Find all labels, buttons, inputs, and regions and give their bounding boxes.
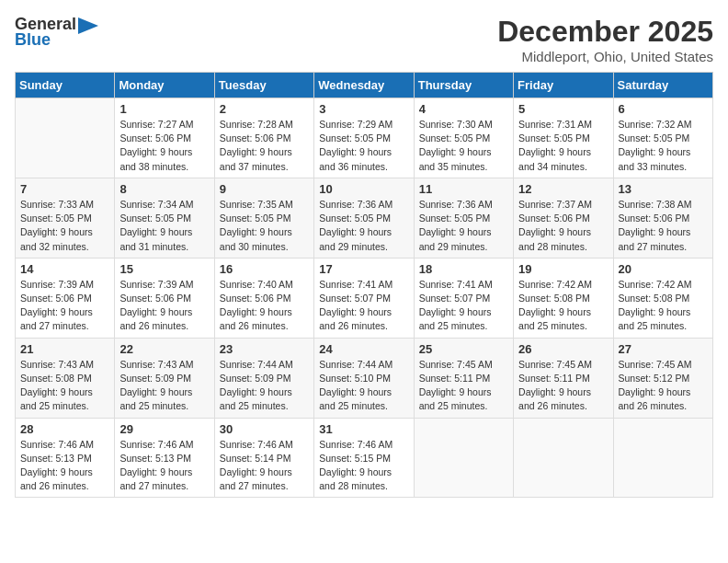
day-number: 5 bbox=[518, 102, 608, 116]
day-info: Sunrise: 7:37 AM Sunset: 5:06 PM Dayligh… bbox=[518, 198, 608, 254]
day-number: 11 bbox=[419, 182, 508, 196]
header-cell-friday: Friday bbox=[514, 73, 613, 98]
day-number: 21 bbox=[20, 342, 109, 356]
week-row-1: 1Sunrise: 7:27 AM Sunset: 5:06 PM Daylig… bbox=[16, 98, 713, 178]
week-row-4: 21Sunrise: 7:43 AM Sunset: 5:08 PM Dayli… bbox=[16, 338, 713, 418]
day-number: 8 bbox=[119, 182, 209, 196]
day-cell: 20Sunrise: 7:42 AM Sunset: 5:08 PM Dayli… bbox=[613, 258, 712, 338]
day-number: 4 bbox=[419, 102, 508, 116]
day-cell: 9Sunrise: 7:35 AM Sunset: 5:05 PM Daylig… bbox=[214, 178, 313, 258]
day-cell: 10Sunrise: 7:36 AM Sunset: 5:05 PM Dayli… bbox=[314, 178, 414, 258]
day-cell: 14Sunrise: 7:39 AM Sunset: 5:06 PM Dayli… bbox=[16, 258, 115, 338]
day-number: 16 bbox=[220, 262, 309, 276]
day-number: 25 bbox=[419, 342, 508, 356]
day-number: 13 bbox=[619, 182, 708, 196]
calendar-body: 1Sunrise: 7:27 AM Sunset: 5:06 PM Daylig… bbox=[16, 98, 713, 498]
day-cell: 15Sunrise: 7:39 AM Sunset: 5:06 PM Dayli… bbox=[115, 258, 214, 338]
day-info: Sunrise: 7:41 AM Sunset: 5:07 PM Dayligh… bbox=[319, 278, 408, 334]
day-info: Sunrise: 7:33 AM Sunset: 5:05 PM Dayligh… bbox=[20, 198, 109, 254]
day-number: 22 bbox=[119, 342, 209, 356]
day-cell bbox=[514, 418, 613, 498]
day-info: Sunrise: 7:42 AM Sunset: 5:08 PM Dayligh… bbox=[518, 278, 608, 334]
day-number: 18 bbox=[419, 262, 508, 276]
day-info: Sunrise: 7:31 AM Sunset: 5:05 PM Dayligh… bbox=[518, 118, 608, 174]
title-block: December 2025 Middleport, Ohio, United S… bbox=[497, 15, 713, 64]
day-cell: 22Sunrise: 7:43 AM Sunset: 5:09 PM Dayli… bbox=[115, 338, 214, 418]
day-info: Sunrise: 7:41 AM Sunset: 5:07 PM Dayligh… bbox=[419, 278, 508, 334]
day-cell: 26Sunrise: 7:45 AM Sunset: 5:11 PM Dayli… bbox=[514, 338, 613, 418]
day-cell: 28Sunrise: 7:46 AM Sunset: 5:13 PM Dayli… bbox=[16, 418, 115, 498]
day-number: 14 bbox=[20, 262, 109, 276]
header-cell-thursday: Thursday bbox=[414, 73, 513, 98]
day-number: 15 bbox=[119, 262, 209, 276]
day-cell: 23Sunrise: 7:44 AM Sunset: 5:09 PM Dayli… bbox=[214, 338, 313, 418]
day-info: Sunrise: 7:39 AM Sunset: 5:06 PM Dayligh… bbox=[20, 278, 109, 334]
month-title: December 2025 bbox=[497, 15, 713, 49]
day-info: Sunrise: 7:40 AM Sunset: 5:06 PM Dayligh… bbox=[220, 278, 309, 334]
day-cell bbox=[414, 418, 513, 498]
day-info: Sunrise: 7:38 AM Sunset: 5:06 PM Dayligh… bbox=[619, 198, 708, 254]
logo-icon bbox=[78, 17, 98, 34]
day-info: Sunrise: 7:46 AM Sunset: 5:13 PM Dayligh… bbox=[119, 438, 209, 494]
day-info: Sunrise: 7:36 AM Sunset: 5:05 PM Dayligh… bbox=[419, 198, 508, 254]
day-info: Sunrise: 7:45 AM Sunset: 5:12 PM Dayligh… bbox=[619, 358, 708, 414]
day-number: 24 bbox=[319, 342, 408, 356]
day-number: 19 bbox=[518, 262, 608, 276]
day-number: 2 bbox=[220, 102, 309, 116]
day-cell bbox=[16, 98, 115, 178]
day-number: 3 bbox=[319, 102, 408, 116]
day-info: Sunrise: 7:28 AM Sunset: 5:06 PM Dayligh… bbox=[220, 118, 309, 174]
day-number: 27 bbox=[619, 342, 708, 356]
header-cell-wednesday: Wednesday bbox=[314, 73, 414, 98]
day-info: Sunrise: 7:27 AM Sunset: 5:06 PM Dayligh… bbox=[119, 118, 209, 174]
day-cell: 8Sunrise: 7:34 AM Sunset: 5:05 PM Daylig… bbox=[115, 178, 214, 258]
header-cell-monday: Monday bbox=[115, 73, 214, 98]
day-number: 20 bbox=[619, 262, 708, 276]
day-cell bbox=[613, 418, 712, 498]
day-number: 28 bbox=[20, 422, 109, 436]
location-title: Middleport, Ohio, United States bbox=[497, 49, 713, 64]
day-number: 12 bbox=[518, 182, 608, 196]
logo-blue: Blue bbox=[15, 30, 51, 50]
logo: General Blue bbox=[15, 15, 98, 50]
day-info: Sunrise: 7:42 AM Sunset: 5:08 PM Dayligh… bbox=[619, 278, 708, 334]
day-cell: 27Sunrise: 7:45 AM Sunset: 5:12 PM Dayli… bbox=[613, 338, 712, 418]
day-number: 23 bbox=[220, 342, 309, 356]
day-number: 29 bbox=[119, 422, 209, 436]
day-cell: 13Sunrise: 7:38 AM Sunset: 5:06 PM Dayli… bbox=[613, 178, 712, 258]
day-info: Sunrise: 7:46 AM Sunset: 5:15 PM Dayligh… bbox=[319, 438, 408, 494]
day-cell: 30Sunrise: 7:46 AM Sunset: 5:14 PM Dayli… bbox=[214, 418, 313, 498]
day-cell: 4Sunrise: 7:30 AM Sunset: 5:05 PM Daylig… bbox=[414, 98, 513, 178]
day-info: Sunrise: 7:44 AM Sunset: 5:10 PM Dayligh… bbox=[319, 358, 408, 414]
day-number: 7 bbox=[20, 182, 109, 196]
day-cell: 3Sunrise: 7:29 AM Sunset: 5:05 PM Daylig… bbox=[314, 98, 414, 178]
page-header: General Blue December 2025 Middleport, O… bbox=[15, 15, 713, 64]
day-cell: 17Sunrise: 7:41 AM Sunset: 5:07 PM Dayli… bbox=[314, 258, 414, 338]
day-cell: 12Sunrise: 7:37 AM Sunset: 5:06 PM Dayli… bbox=[514, 178, 613, 258]
header-cell-sunday: Sunday bbox=[16, 73, 115, 98]
day-info: Sunrise: 7:44 AM Sunset: 5:09 PM Dayligh… bbox=[220, 358, 309, 414]
day-number: 31 bbox=[319, 422, 408, 436]
day-number: 17 bbox=[319, 262, 408, 276]
day-info: Sunrise: 7:43 AM Sunset: 5:08 PM Dayligh… bbox=[20, 358, 109, 414]
day-cell: 2Sunrise: 7:28 AM Sunset: 5:06 PM Daylig… bbox=[214, 98, 313, 178]
day-number: 6 bbox=[619, 102, 708, 116]
day-cell: 7Sunrise: 7:33 AM Sunset: 5:05 PM Daylig… bbox=[16, 178, 115, 258]
day-cell: 16Sunrise: 7:40 AM Sunset: 5:06 PM Dayli… bbox=[214, 258, 313, 338]
day-info: Sunrise: 7:39 AM Sunset: 5:06 PM Dayligh… bbox=[119, 278, 209, 334]
day-number: 30 bbox=[220, 422, 309, 436]
day-info: Sunrise: 7:46 AM Sunset: 5:13 PM Dayligh… bbox=[20, 438, 109, 494]
day-cell: 29Sunrise: 7:46 AM Sunset: 5:13 PM Dayli… bbox=[115, 418, 214, 498]
calendar-header: SundayMondayTuesdayWednesdayThursdayFrid… bbox=[16, 73, 713, 98]
week-row-3: 14Sunrise: 7:39 AM Sunset: 5:06 PM Dayli… bbox=[16, 258, 713, 338]
day-info: Sunrise: 7:45 AM Sunset: 5:11 PM Dayligh… bbox=[419, 358, 508, 414]
day-number: 9 bbox=[220, 182, 309, 196]
day-cell: 31Sunrise: 7:46 AM Sunset: 5:15 PM Dayli… bbox=[314, 418, 414, 498]
header-cell-tuesday: Tuesday bbox=[214, 73, 313, 98]
day-cell: 24Sunrise: 7:44 AM Sunset: 5:10 PM Dayli… bbox=[314, 338, 414, 418]
calendar-table: SundayMondayTuesdayWednesdayThursdayFrid… bbox=[15, 72, 713, 498]
header-row: SundayMondayTuesdayWednesdayThursdayFrid… bbox=[16, 73, 713, 98]
day-info: Sunrise: 7:34 AM Sunset: 5:05 PM Dayligh… bbox=[119, 198, 209, 254]
week-row-2: 7Sunrise: 7:33 AM Sunset: 5:05 PM Daylig… bbox=[16, 178, 713, 258]
day-info: Sunrise: 7:32 AM Sunset: 5:05 PM Dayligh… bbox=[619, 118, 708, 174]
